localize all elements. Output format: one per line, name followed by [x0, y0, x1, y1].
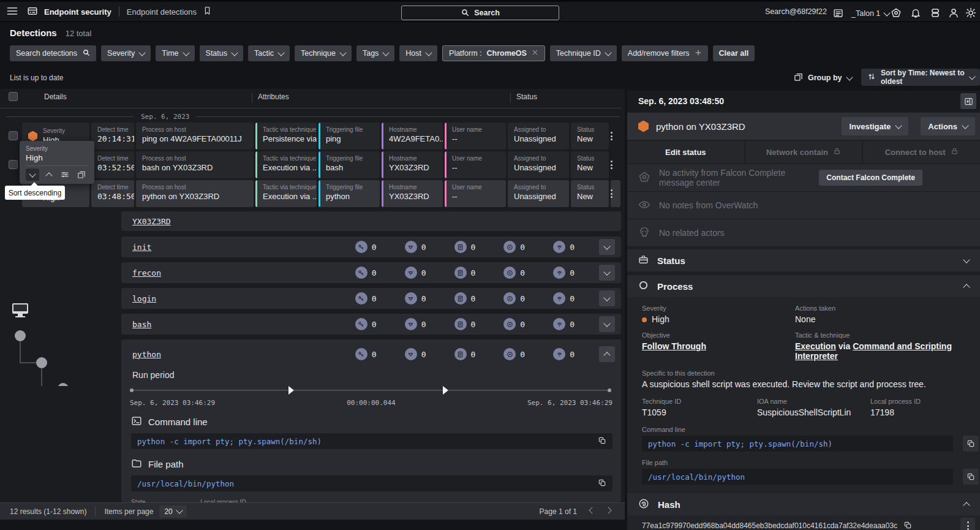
hash-section-header[interactable]: Hash: [627, 493, 980, 515]
falcon-complete-badge-icon[interactable]: [891, 7, 902, 20]
expand-row-button[interactable]: [599, 316, 615, 332]
row-checkbox[interactable]: [9, 131, 18, 140]
process-link[interactable]: frecon: [132, 268, 161, 278]
copy-icon[interactable]: [963, 436, 979, 452]
expand-row-button[interactable]: [599, 290, 615, 306]
bell-icon[interactable]: [910, 7, 921, 20]
expand-row-button[interactable]: [599, 239, 615, 255]
row-menu-button[interactable]: [611, 151, 620, 178]
pentagon-icon: [638, 171, 650, 185]
process-link[interactable]: bash: [132, 320, 151, 329]
detail-timestamp: Sep. 6, 2023 03:48:50: [638, 96, 724, 106]
tenant-switcher[interactable]: _Talon 1: [851, 9, 889, 18]
document-icon: [454, 292, 467, 305]
actions-button[interactable]: Actions: [921, 117, 975, 135]
filter-status[interactable]: Status: [200, 45, 243, 61]
date-group-row: Sep. 6, 2023: [6, 112, 620, 121]
tree-process-row: bash 0 0 0 0 0: [121, 314, 621, 335]
sun-icon[interactable]: [965, 7, 976, 20]
bookmark-icon[interactable]: [203, 6, 212, 17]
tab-network-contain[interactable]: Network contain: [745, 141, 862, 163]
column-details: Details: [44, 93, 67, 101]
fingerprint-icon: [638, 498, 649, 511]
sort-descending-button[interactable]: [26, 168, 39, 181]
filter-tactic[interactable]: Tactic: [248, 45, 290, 61]
process-link[interactable]: init: [132, 243, 151, 252]
shield-icon: [405, 318, 417, 330]
expand-row-button[interactable]: [599, 265, 615, 281]
triggering-file-cell: Triggering filebash: [318, 151, 380, 178]
sort-by-button[interactable]: Sort by Time: Newest to oldest: [861, 69, 980, 86]
layers-icon[interactable]: [930, 7, 941, 20]
global-search-label: Search: [474, 9, 500, 17]
filter-host[interactable]: Host: [399, 45, 437, 61]
shield-icon: [405, 348, 417, 360]
assigned-to-cell: Assigned toUnassigned: [508, 123, 569, 150]
close-icon[interactable]: [532, 49, 538, 58]
clear-all-button[interactable]: Clear all: [713, 45, 755, 61]
target-icon: [503, 292, 516, 305]
technique-id-value: T1059: [642, 407, 757, 417]
sort-ascending-button[interactable]: [42, 168, 56, 181]
hash-menu-button[interactable]: [960, 518, 975, 530]
tactic-link[interactable]: Execution: [795, 341, 836, 351]
copy-icon[interactable]: [598, 436, 606, 447]
copy-icon[interactable]: [903, 521, 912, 530]
add-remove-filters-button[interactable]: Add/remove filters: [622, 45, 708, 61]
filter-technique[interactable]: Technique: [295, 45, 352, 61]
prev-page-button[interactable]: [586, 505, 599, 518]
group-by-button[interactable]: Group by: [794, 70, 852, 86]
filter-time[interactable]: Time: [156, 45, 194, 61]
platform-filter-label: Platform :: [449, 49, 482, 58]
group-column-button[interactable]: [75, 168, 88, 181]
tab-connect-to-host[interactable]: Connect to host: [863, 141, 980, 163]
row-menu-button[interactable]: [611, 123, 620, 150]
sort-descending-tooltip: Sort descending: [5, 186, 65, 200]
next-page-button[interactable]: [601, 505, 615, 518]
filter-tags[interactable]: Tags: [356, 45, 394, 61]
divider: [119, 7, 119, 17]
console-icon[interactable]: [833, 8, 843, 20]
row-menu-button[interactable]: [611, 180, 620, 207]
filter-platform-active[interactable]: Platform : ChromeOS: [442, 45, 545, 61]
user-icon[interactable]: [948, 7, 959, 20]
select-all-checkbox[interactable]: [9, 92, 18, 101]
investigate-button[interactable]: Investigate: [842, 117, 908, 135]
filter-column-button[interactable]: [59, 168, 72, 181]
search-icon: [461, 8, 469, 18]
detection-row-selected[interactable]: SeverityHigh Detect time03:48:50 Process…: [0, 180, 621, 207]
document-icon: [454, 267, 467, 279]
row-checkbox[interactable]: [9, 160, 18, 169]
process-link[interactable]: python: [132, 350, 161, 359]
copy-icon[interactable]: [598, 479, 606, 489]
tab-edit-status[interactable]: Edit status: [627, 141, 744, 163]
objective-link[interactable]: Follow Through: [642, 341, 706, 351]
global-search[interactable]: Search: [401, 6, 559, 20]
monitor-icon: [12, 303, 28, 317]
detect-time-cell: Detect time20:14:31: [91, 123, 134, 150]
collapse-row-button[interactable]: [599, 346, 615, 362]
items-per-page-select[interactable]: 20: [159, 505, 186, 518]
process-section-header[interactable]: Process: [627, 275, 980, 297]
file-path-value: /usr/local/bin/python: [648, 472, 745, 482]
key-icon: [355, 267, 368, 279]
kebab-icon: [611, 132, 612, 140]
tree-host-link[interactable]: YX03Z3RD: [132, 217, 171, 226]
menu-icon[interactable]: [6, 5, 18, 19]
breadcrumb[interactable]: Endpoint detections: [127, 7, 197, 17]
user-name-cell: User name--: [445, 151, 506, 178]
status-section-header[interactable]: Status: [627, 249, 980, 271]
search-detections-chip[interactable]: Search detections: [10, 45, 96, 61]
tree-host-card: YX03Z3RD: [121, 211, 621, 231]
folder-icon: [131, 458, 142, 471]
target-icon: [503, 348, 516, 360]
collapse-panel-button[interactable]: [960, 93, 976, 109]
detail-timestamp-bar: Sep. 6, 2023 03:48:50: [627, 91, 980, 112]
copy-icon[interactable]: [963, 469, 979, 485]
process-link[interactable]: login: [132, 294, 156, 303]
filter-severity[interactable]: Severity: [101, 45, 151, 61]
filter-technique-id[interactable]: Technique ID: [550, 45, 617, 61]
briefcase-icon: [638, 254, 649, 267]
process-on-host-cell: Process on hostping on 4W2A9FETA00011J: [136, 123, 254, 150]
contact-falcon-complete-button[interactable]: Contact Falcon Complete: [819, 170, 922, 186]
